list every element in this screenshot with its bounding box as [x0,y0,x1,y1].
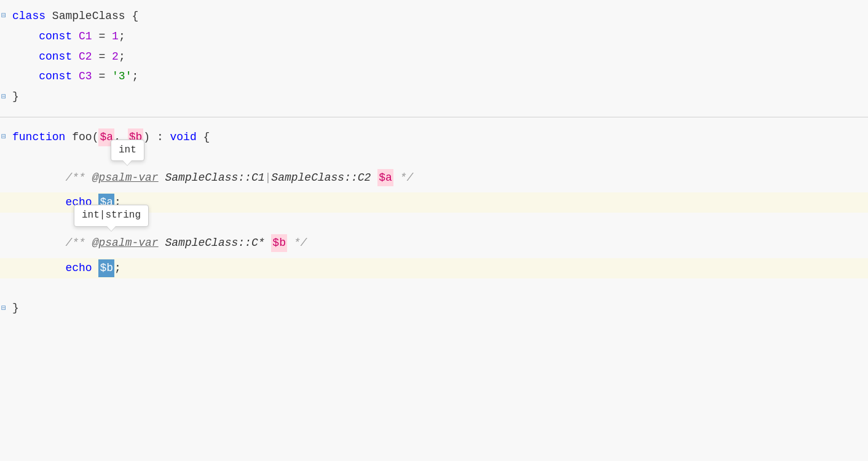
comment-b-var: $b [271,234,287,252]
section-divider [0,117,868,117]
class-c1-ref: SampleClass::C1 [165,169,264,187]
class-close-brace: } [12,88,19,106]
fold-icon-class[interactable]: ⊟ [1,10,6,23]
function-close-line: ⊟ } [0,298,868,318]
class-keyword: class [12,7,45,25]
class-cstar-ref: SampleClass::C* [165,234,264,252]
const-c2-line: const C2 = 2 ; [0,47,868,67]
tooltip-b-bubble: int|string [74,205,149,227]
const-keyword-c2: const [39,48,72,66]
comment-b-prefix: /** [65,234,92,252]
const-c2-name: C2 [79,48,92,66]
function-section: ⊟ function foo( $a , $b ) : void { /** @… [0,121,868,325]
comment-a-prefix: /** [65,169,92,187]
class-declaration-line: ⊟ class SampleClass { [0,6,868,26]
class-c2-ref: SampleClass::C2 [271,169,371,187]
class-section: ⊟ class SampleClass { const C1 = 1 ; con… [0,0,868,113]
const-c3-name: C3 [79,68,92,85]
comment-a-var: $a [377,169,393,187]
const-keyword-c3: const [39,68,72,85]
const-keyword-c1: const [39,28,72,45]
const-c1-value: 1 [112,28,119,45]
const-c2-value: 2 [112,48,119,66]
class-close-line: ⊟ } [0,87,868,107]
fold-icon-class-close[interactable]: ⊟ [1,90,6,103]
function-name: foo( [72,128,98,146]
class-name: SampleClass [52,7,125,25]
echo-b-line: echo $b ; [0,258,868,278]
echo-b-var: $b [98,259,114,277]
void-keyword: void [170,128,197,146]
tooltip-a-spacer: int [0,187,868,192]
const-c1-name: C1 [79,28,92,45]
code-editor: ⊟ class SampleClass { const C1 = 1 ; con… [0,0,868,461]
const-c1-line: const C1 = 1 ; [0,26,868,47]
const-c3-value: '3' [112,68,132,85]
blank-line-3 [0,278,868,299]
function-close-brace: } [12,299,19,317]
const-c3-line: const C3 = '3' ; [0,66,868,87]
echo-keyword-b: echo [65,259,92,277]
tooltip-b-spacer: int|string [0,253,868,258]
fold-icon-function-close[interactable]: ⊟ [1,302,6,315]
function-keyword: function [12,128,65,146]
fold-icon-function[interactable]: ⊟ [1,131,6,144]
tooltip-a-bubble: int [111,140,144,162]
